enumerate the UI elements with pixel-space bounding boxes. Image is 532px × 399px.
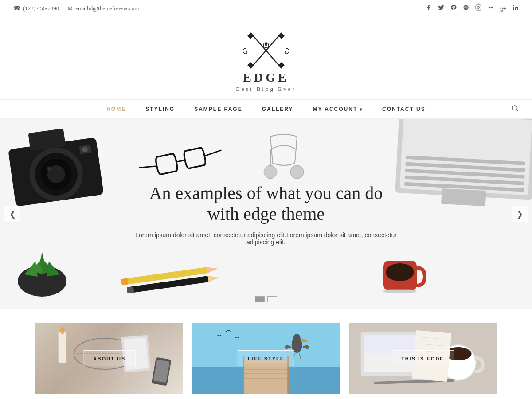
svg-marker-53: [208, 274, 220, 282]
svg-rect-41: [441, 188, 486, 206]
hero-description: Lorem ipsum dolor sit amet, consectetur …: [133, 231, 399, 246]
twitter-link[interactable]: [438, 4, 444, 12]
card-about[interactable]: ABOUT US: [35, 323, 183, 394]
nav-list: HOME STYLING SAMPLE PAGE GALLERY MY ACCO…: [97, 100, 435, 118]
card-about-label-wrapper: ABOUT US: [83, 350, 136, 366]
nav-link-sample[interactable]: SAMPLE PAGE: [184, 100, 252, 118]
hero-title: An examples of what you can do with edge…: [133, 183, 399, 224]
svg-point-30: [264, 165, 277, 179]
pinterest-link[interactable]: [450, 4, 457, 12]
email-icon: ✉: [68, 5, 73, 12]
main-nav: HOME STYLING SAMPLE PAGE GALLERY MY ACCO…: [0, 99, 532, 119]
phone-number: (123) 456-7890: [23, 5, 59, 12]
svg-line-29: [204, 150, 222, 156]
svg-rect-54: [127, 286, 134, 293]
card-lifestyle[interactable]: LIFE STYLE: [192, 323, 340, 394]
slide-dot-2[interactable]: [267, 296, 277, 302]
svg-point-57: [383, 289, 417, 293]
hero-prev-button[interactable]: ❮: [4, 206, 20, 222]
svg-marker-46: [24, 261, 38, 277]
phone-icon: ☎: [13, 5, 20, 12]
svg-rect-26: [155, 153, 178, 175]
svg-marker-11: [278, 62, 285, 68]
slide-dot-1[interactable]: [255, 296, 265, 302]
card-about-label: ABOUT US: [93, 356, 125, 361]
nav-link-account[interactable]: MY ACCOUNT: [303, 100, 372, 118]
nav-item-account: MY ACCOUNT: [303, 100, 372, 118]
hero-slider: An examples of what you can do with edge…: [0, 119, 532, 309]
nav-item-home: HOME: [97, 100, 136, 118]
svg-marker-9: [278, 33, 285, 39]
slide-indicators: [255, 296, 277, 302]
logo-subtitle: Best Blog Ever: [236, 86, 296, 93]
svg-line-27: [176, 160, 185, 162]
hero-text-content: An examples of what you can do with edge…: [133, 183, 399, 246]
phone-info: ☎ (123) 456-7890: [13, 5, 59, 12]
svg-rect-51: [121, 278, 129, 285]
top-bar: ☎ (123) 456-7890 ✉ emailid@themefreesia.…: [0, 0, 532, 17]
card-lifestyle-label-wrapper: LIFE STYLE: [238, 350, 294, 366]
flickr-link[interactable]: [488, 4, 494, 12]
svg-marker-8: [247, 33, 254, 39]
card-egde-label: THIS IS EGDE: [401, 356, 444, 361]
nav-link-contact[interactable]: CONTACT US: [372, 100, 435, 118]
cards-section: ABOUT US: [0, 309, 532, 399]
nav-link-home[interactable]: HOME: [97, 100, 136, 118]
svg-point-59: [60, 327, 65, 334]
card-egde-label-wrapper: THIS IS EGDE: [391, 350, 454, 366]
logo-icon: [237, 26, 295, 75]
svg-rect-58: [59, 332, 66, 363]
laptop-decoration: [392, 119, 532, 217]
card-egde[interactable]: THIS IS EGDE: [349, 323, 497, 394]
hero-next-button[interactable]: ❯: [512, 206, 528, 222]
plant-decoration: [13, 246, 71, 301]
nav-link-gallery[interactable]: GALLERY: [252, 100, 303, 118]
svg-point-4: [491, 7, 493, 9]
svg-point-83: [389, 377, 394, 382]
email-info: ✉ emailid@themefreesia.com: [68, 5, 139, 12]
svg-marker-50: [207, 266, 219, 273]
svg-marker-48: [39, 252, 45, 266]
logo-title: EDGE: [243, 70, 289, 85]
svg-rect-1: [476, 5, 481, 10]
card-lifestyle-label: LIFE STYLE: [248, 356, 284, 361]
nav-item-gallery: GALLERY: [252, 100, 303, 118]
coffee-decoration: [377, 252, 430, 303]
svg-point-3: [489, 7, 491, 9]
email-address: emailid@themefreesia.com: [75, 5, 139, 12]
top-bar-contact: ☎ (123) 456-7890 ✉ emailid@themefreesia.…: [13, 5, 139, 12]
search-button[interactable]: [512, 105, 519, 113]
svg-point-31: [290, 165, 304, 179]
googleplus-link[interactable]: g+: [500, 5, 506, 12]
facebook-link[interactable]: [426, 4, 432, 12]
svg-marker-47: [47, 261, 60, 277]
nav-item-styling: STYLING: [136, 100, 184, 118]
nav-item-sample: SAMPLE PAGE: [184, 100, 252, 118]
svg-point-14: [512, 106, 517, 110]
linkedin-link[interactable]: [512, 4, 519, 12]
camera-decoration: [1, 119, 110, 218]
svg-point-76: [293, 334, 301, 343]
svg-marker-10: [247, 62, 254, 68]
nav-link-styling[interactable]: STYLING: [136, 100, 184, 118]
svg-point-56: [386, 263, 414, 281]
nav-item-contact: CONTACT US: [372, 100, 435, 118]
svg-line-25: [139, 164, 157, 170]
logo-area: EDGE Best Blog Ever: [0, 17, 532, 99]
svg-point-5: [513, 5, 514, 6]
instagram-link[interactable]: [475, 4, 481, 12]
social-links: g+: [426, 4, 519, 12]
svg-rect-28: [183, 147, 206, 168]
svg-line-15: [516, 110, 518, 111]
dribbble-link[interactable]: [463, 4, 469, 12]
pencils-decoration: [118, 263, 223, 301]
